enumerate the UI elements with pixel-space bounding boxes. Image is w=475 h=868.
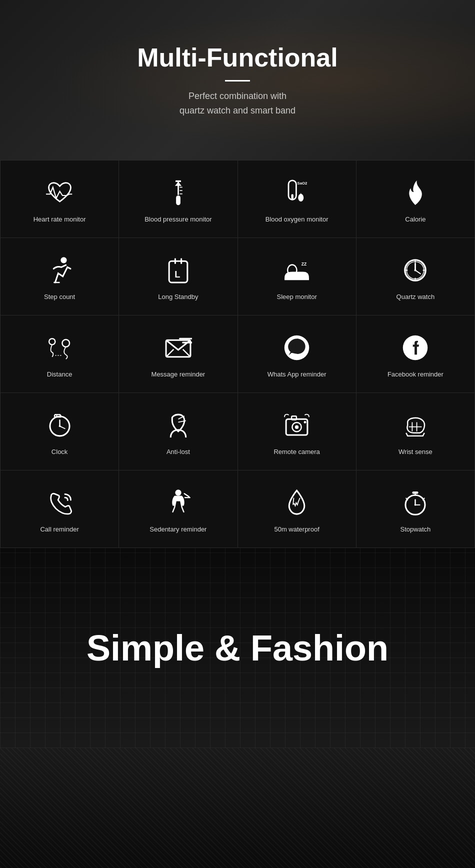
- feature-cell-remote-camera: Remote camera: [238, 393, 356, 470]
- sleep-monitor-icon: ZZ: [283, 256, 310, 288]
- svg-rect-51: [412, 492, 418, 494]
- svg-point-20: [414, 269, 416, 271]
- hero-divider: [225, 80, 250, 82]
- feature-cell-whatsapp-reminder: Whats App reminder: [238, 316, 356, 393]
- distance-icon: [46, 334, 74, 366]
- hero-subtitle: Perfect combination with quartz watch an…: [180, 89, 296, 118]
- svg-text:L: L: [174, 269, 180, 280]
- sedentary-reminder-icon: [164, 489, 192, 520]
- quartz-watch-icon: [402, 256, 429, 288]
- fashion-title: Simple & Fashion: [86, 628, 388, 668]
- stopwatch-icon: [402, 489, 429, 520]
- feature-cell-message-reminder: Message reminder: [119, 316, 238, 393]
- feature-label-step-count: Step count: [44, 293, 75, 302]
- svg-point-9: [60, 257, 66, 263]
- svg-point-45: [304, 421, 306, 424]
- feature-label-wrist-sense: Wrist sense: [398, 448, 432, 456]
- anti-lost-icon: [164, 412, 192, 443]
- feature-cell-blood-oxygen: SaO2 Blood oxygen monitor: [238, 160, 356, 238]
- feature-label-anti-lost: Anti-lost: [166, 448, 190, 456]
- step-count-icon: [46, 256, 74, 288]
- svg-point-38: [58, 426, 60, 428]
- feature-cell-clock: Clock: [0, 393, 119, 470]
- feature-label-blood-pressure: Blood pressure monitor: [144, 216, 212, 224]
- feature-label-heart-rate: Heart rate monitor: [34, 216, 86, 224]
- hero-section: Multi-Functional Perfect combination wit…: [0, 0, 475, 160]
- feature-label-stopwatch: Stopwatch: [400, 526, 431, 534]
- call-reminder-icon: [46, 489, 74, 520]
- feature-label-calorie: Calorie: [405, 216, 426, 224]
- svg-rect-0: [176, 196, 180, 205]
- clock-icon: [46, 412, 74, 443]
- feature-cell-heart-rate: Heart rate monitor: [0, 160, 119, 238]
- feature-cell-quartz-watch: Quartz watch: [356, 238, 475, 316]
- calorie-icon: [402, 179, 429, 210]
- feature-cell-sedentary-reminder: Sedentary reminder: [119, 470, 238, 548]
- feature-label-message-reminder: Message reminder: [152, 370, 206, 379]
- feature-cell-call-reminder: Call reminder: [0, 470, 119, 548]
- svg-text:SaO2: SaO2: [298, 181, 308, 186]
- feature-label-remote-camera: Remote camera: [274, 448, 320, 456]
- feature-cell-waterproof: 50m waterproof: [238, 470, 356, 548]
- feature-label-blood-oxygen: Blood oxygen monitor: [266, 216, 328, 224]
- fashion-section: Simple & Fashion: [0, 548, 475, 748]
- blood-pressure-icon: [164, 179, 192, 210]
- svg-rect-6: [292, 194, 294, 200]
- svg-rect-4: [176, 180, 181, 182]
- feature-cell-step-count: Step count: [0, 238, 119, 316]
- svg-point-25: [49, 338, 55, 344]
- bottom-shimmer: [0, 748, 475, 868]
- feature-label-clock: Clock: [52, 448, 68, 456]
- remote-camera-icon: [283, 412, 310, 443]
- feature-cell-long-standby: L Long Standby: [119, 238, 238, 316]
- feature-label-sleep-monitor: Sleep monitor: [277, 293, 317, 302]
- feature-label-whatsapp-reminder: Whats App reminder: [268, 370, 326, 379]
- svg-line-30: [183, 350, 190, 357]
- svg-line-48: [184, 494, 189, 496]
- features-section: Heart rate monitor Blood pressure monito…: [0, 160, 475, 548]
- feature-label-distance: Distance: [47, 370, 72, 379]
- feature-cell-anti-lost: Anti-lost: [119, 393, 238, 470]
- feature-cell-stopwatch: Stopwatch: [356, 470, 475, 548]
- feature-label-long-standby: Long Standby: [158, 293, 198, 302]
- feature-cell-facebook-reminder: Facebook reminder: [356, 316, 475, 393]
- svg-point-43: [295, 426, 298, 429]
- feature-label-sedentary-reminder: Sedentary reminder: [150, 526, 206, 534]
- feature-label-quartz-watch: Quartz watch: [396, 293, 435, 302]
- svg-point-47: [175, 490, 181, 496]
- blood-oxygen-icon: SaO2: [283, 179, 310, 210]
- svg-point-26: [62, 340, 70, 347]
- heart-rate-icon: [46, 179, 74, 210]
- feature-label-waterproof: 50m waterproof: [274, 526, 319, 534]
- features-grid: Heart rate monitor Blood pressure monito…: [0, 160, 475, 548]
- feature-label-call-reminder: Call reminder: [40, 526, 78, 534]
- feature-cell-wrist-sense: Wrist sense: [356, 393, 475, 470]
- facebook-reminder-icon: [402, 334, 429, 366]
- waterproof-icon: [283, 489, 310, 520]
- svg-text:ZZ: ZZ: [302, 262, 306, 266]
- message-reminder-icon: [164, 334, 192, 366]
- svg-rect-44: [292, 416, 296, 420]
- feature-cell-distance: Distance: [0, 316, 119, 393]
- feature-cell-sleep-monitor: ZZ Sleep monitor: [238, 238, 356, 316]
- hero-title: Multi-Functional: [137, 42, 338, 72]
- whatsapp-reminder-icon: [283, 334, 310, 366]
- wrist-sense-icon: [402, 412, 429, 443]
- feature-label-facebook-reminder: Facebook reminder: [388, 370, 444, 379]
- feature-cell-calorie: Calorie: [356, 160, 475, 238]
- svg-line-29: [166, 350, 174, 357]
- svg-point-55: [414, 504, 416, 506]
- long-standby-icon: L: [164, 256, 192, 288]
- bottom-section: [0, 748, 475, 868]
- feature-cell-blood-pressure: Blood pressure monitor: [119, 160, 238, 238]
